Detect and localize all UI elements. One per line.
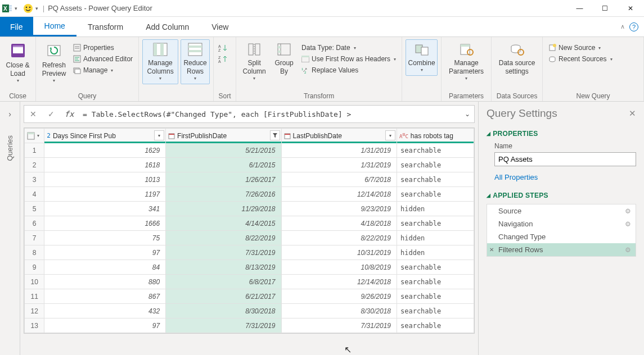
gear-icon[interactable]: ⚙: [625, 246, 631, 254]
col-days-filter-icon[interactable]: ▾: [154, 130, 164, 140]
queries-rail[interactable]: › Queries: [0, 102, 20, 355]
row-number[interactable]: 3: [25, 172, 44, 187]
cell-firstpub[interactable]: 7/31/2019: [166, 245, 281, 260]
cell-firstpub[interactable]: 8/22/2019: [166, 231, 281, 245]
table-row[interactable]: 8977/31/201910/31/2019hidden: [25, 245, 474, 260]
cell-days[interactable]: 341: [44, 202, 166, 216]
table-row[interactable]: 9848/13/201910/8/2019searchable: [25, 260, 474, 275]
cell-firstpub[interactable]: 7/31/2019: [166, 318, 281, 333]
col-robots-header[interactable]: ABChas robots tag: [397, 129, 474, 143]
fx-icon[interactable]: fx: [60, 110, 78, 119]
cell-days[interactable]: 432: [44, 304, 166, 318]
qat-dropdown-1[interactable]: ▾: [15, 6, 17, 11]
all-properties-link[interactable]: All Properties: [494, 173, 636, 181]
cell-robots[interactable]: searchable: [397, 275, 474, 289]
cell-lastpub[interactable]: 8/22/2019: [281, 231, 397, 245]
properties-section-header[interactable]: ◢PROPERTIES: [487, 130, 636, 138]
gear-icon[interactable]: ⚙: [625, 207, 631, 215]
formula-expand-icon[interactable]: ⌄: [461, 110, 474, 118]
tab-add-column[interactable]: Add Column: [134, 17, 200, 37]
row-number[interactable]: 9: [25, 260, 44, 275]
new-source-button[interactable]: New Source▾: [546, 43, 614, 53]
applied-step[interactable]: Changed Type: [487, 230, 636, 243]
col-firstpub-filter-icon[interactable]: [270, 130, 280, 140]
group-by-button[interactable]: Group By: [271, 39, 297, 79]
tab-transform[interactable]: Transform: [76, 17, 134, 37]
refresh-preview-button[interactable]: Refresh Preview▾: [39, 39, 69, 87]
cell-firstpub[interactable]: 8/13/2019: [166, 260, 281, 275]
replace-values-button[interactable]: 12Replace Values: [299, 65, 398, 75]
cell-robots[interactable]: searchable: [397, 143, 474, 158]
tab-home[interactable]: Home: [33, 17, 76, 37]
cell-robots[interactable]: searchable: [397, 318, 474, 333]
cell-robots[interactable]: hidden: [397, 231, 474, 245]
combine-button[interactable]: Combine▾: [406, 39, 438, 76]
gear-icon[interactable]: ⚙: [625, 220, 631, 228]
sort-asc-button[interactable]: AZ: [217, 43, 229, 53]
row-number[interactable]: 2: [25, 158, 44, 172]
table-row[interactable]: 118676/21/20179/26/2019searchable: [25, 289, 474, 304]
cell-days[interactable]: 1013: [44, 172, 166, 187]
cell-firstpub[interactable]: 6/8/2017: [166, 275, 281, 289]
cell-lastpub[interactable]: 9/23/2019: [281, 202, 397, 216]
row-number[interactable]: 10: [25, 275, 44, 289]
expand-queries-icon[interactable]: ›: [8, 110, 11, 119]
cell-days[interactable]: 75: [44, 231, 166, 245]
cell-lastpub[interactable]: 12/14/2018: [281, 187, 397, 202]
qat-dropdown-2[interactable]: ▾: [35, 6, 38, 11]
cell-lastpub[interactable]: 10/8/2019: [281, 260, 397, 275]
row-number[interactable]: 5: [25, 202, 44, 216]
formula-cancel-icon[interactable]: ✕: [24, 110, 42, 119]
maximize-button[interactable]: ☐: [592, 0, 618, 17]
cell-lastpub[interactable]: 4/18/2018: [281, 216, 397, 231]
data-source-settings-button[interactable]: Data source settings: [495, 39, 539, 79]
row-number[interactable]: 7: [25, 231, 44, 245]
row-number[interactable]: 6: [25, 216, 44, 231]
cell-robots[interactable]: searchable: [397, 289, 474, 304]
col-lastpub-header[interactable]: LastPublishDate▾: [281, 129, 397, 143]
file-tab[interactable]: File: [0, 17, 33, 37]
close-settings-icon[interactable]: ✕: [629, 108, 636, 119]
table-row[interactable]: 116295/21/20151/31/2019searchable: [25, 143, 474, 158]
cell-robots[interactable]: hidden: [397, 202, 474, 216]
table-row[interactable]: 534111/29/20189/23/2019hidden: [25, 202, 474, 216]
cell-lastpub[interactable]: 8/30/2018: [281, 304, 397, 318]
table-row[interactable]: 310131/26/20176/7/2018searchable: [25, 172, 474, 187]
tab-view[interactable]: View: [200, 17, 240, 37]
cell-robots[interactable]: searchable: [397, 304, 474, 318]
reduce-rows-button[interactable]: Reduce Rows▾: [181, 39, 210, 84]
sort-desc-button[interactable]: ZA: [217, 54, 229, 64]
cell-days[interactable]: 880: [44, 275, 166, 289]
cell-days[interactable]: 1629: [44, 143, 166, 158]
cell-days[interactable]: 84: [44, 260, 166, 275]
manage-parameters-button[interactable]: Manage Parameters▾: [445, 39, 488, 84]
cell-firstpub[interactable]: 8/30/2018: [166, 304, 281, 318]
cell-lastpub[interactable]: 10/31/2019: [281, 245, 397, 260]
properties-button[interactable]: Properties: [71, 43, 135, 53]
col-days-header[interactable]: 2Days Since First Pub▾: [44, 129, 166, 143]
row-number[interactable]: 13: [25, 318, 44, 333]
table-row[interactable]: 411977/26/201612/14/2018searchable: [25, 187, 474, 202]
cell-days[interactable]: 97: [44, 245, 166, 260]
cell-firstpub[interactable]: 7/26/2016: [166, 187, 281, 202]
col-lastpub-filter-icon[interactable]: ▾: [385, 130, 395, 140]
table-row[interactable]: 616664/14/20154/18/2018searchable: [25, 216, 474, 231]
table-row[interactable]: 7758/22/20198/22/2019hidden: [25, 231, 474, 245]
table-row[interactable]: 216186/1/20151/31/2019searchable: [25, 158, 474, 172]
cell-firstpub[interactable]: 6/21/2017: [166, 289, 281, 304]
first-row-headers-button[interactable]: Use First Row as Headers▾: [299, 54, 398, 64]
cell-days[interactable]: 867: [44, 289, 166, 304]
row-number[interactable]: 4: [25, 187, 44, 202]
help-icon[interactable]: ?: [629, 22, 638, 31]
cell-firstpub[interactable]: 1/26/2017: [166, 172, 281, 187]
data-type-button[interactable]: Data Type: Date▾: [299, 43, 398, 53]
cell-lastpub[interactable]: 12/14/2018: [281, 275, 397, 289]
table-row[interactable]: 108806/8/201712/14/2018searchable: [25, 275, 474, 289]
cell-robots[interactable]: searchable: [397, 260, 474, 275]
cell-firstpub[interactable]: 4/14/2015: [166, 216, 281, 231]
cell-robots[interactable]: searchable: [397, 216, 474, 231]
ribbon-collapse-icon[interactable]: ∧: [620, 23, 625, 30]
manage-button[interactable]: Manage▾: [71, 65, 135, 75]
applied-steps-header[interactable]: ◢APPLIED STEPS: [487, 192, 636, 199]
cell-robots[interactable]: searchable: [397, 158, 474, 172]
